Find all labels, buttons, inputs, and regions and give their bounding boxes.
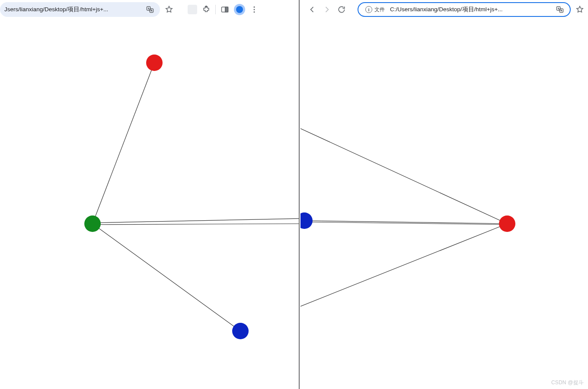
- svg-point-6: [254, 9, 255, 10]
- profile-avatar-icon[interactable]: [234, 4, 245, 15]
- translate-icon[interactable]: [144, 4, 156, 15]
- address-bar-url: C:/Users/lianxiang/Desktop/项目/html+js+..…: [390, 6, 552, 13]
- graph-edge: [93, 224, 299, 225]
- toolbar-separator: [215, 5, 216, 14]
- kebab-menu-icon[interactable]: [249, 4, 260, 15]
- root: Jsers/lianxiang/Desktop/项目/html+js+...: [0, 0, 588, 389]
- extension-placeholder-icon[interactable]: [188, 5, 197, 14]
- star-icon[interactable]: [163, 4, 175, 15]
- toolbar-right: i 文件 C:/Users/lianxiang/Desktop/项目/html+…: [300, 0, 588, 19]
- graph-node-green[interactable]: [84, 215, 101, 232]
- browser-window-right: i 文件 C:/Users/lianxiang/Desktop/项目/html+…: [300, 0, 588, 389]
- graph-canvas-right[interactable]: [300, 19, 588, 389]
- graph-edge: [93, 224, 240, 331]
- graph-edge: [300, 224, 507, 306]
- forward-icon: [321, 4, 332, 15]
- graph-svg-right: [300, 19, 588, 389]
- browser-window-left: Jsers/lianxiang/Desktop/项目/html+js+...: [0, 0, 300, 389]
- address-bar-right[interactable]: i 文件 C:/Users/lianxiang/Desktop/项目/html+…: [358, 2, 571, 17]
- address-bar-url: Jsers/lianxiang/Desktop/项目/html+js+...: [4, 6, 142, 13]
- star-icon[interactable]: [574, 4, 585, 15]
- info-icon: i: [365, 6, 372, 13]
- address-bar-left[interactable]: Jsers/lianxiang/Desktop/项目/html+js+...: [0, 2, 160, 17]
- graph-node-red[interactable]: [499, 215, 515, 232]
- svg-point-5: [254, 6, 255, 8]
- graph-edge: [300, 129, 507, 224]
- graph-canvas-left[interactable]: [0, 19, 299, 389]
- reload-icon[interactable]: [336, 4, 347, 15]
- graph-node-blue[interactable]: [300, 212, 313, 229]
- graph-node-blue[interactable]: [232, 323, 249, 339]
- graph-edge: [93, 219, 299, 223]
- file-chip-label: 文件: [374, 6, 385, 13]
- sidepanel-icon[interactable]: [219, 4, 230, 15]
- graph-node-red[interactable]: [146, 55, 163, 71]
- svg-point-7: [254, 11, 255, 13]
- graph-edge: [93, 63, 154, 224]
- translate-icon[interactable]: [554, 4, 566, 15]
- extensions-icon[interactable]: [201, 4, 212, 15]
- file-origin-chip[interactable]: i 文件: [363, 6, 387, 14]
- toolbar-left: Jsers/lianxiang/Desktop/项目/html+js+...: [0, 0, 299, 19]
- svg-rect-4: [225, 7, 228, 12]
- graph-svg-left: [0, 19, 299, 389]
- back-icon[interactable]: [307, 4, 318, 15]
